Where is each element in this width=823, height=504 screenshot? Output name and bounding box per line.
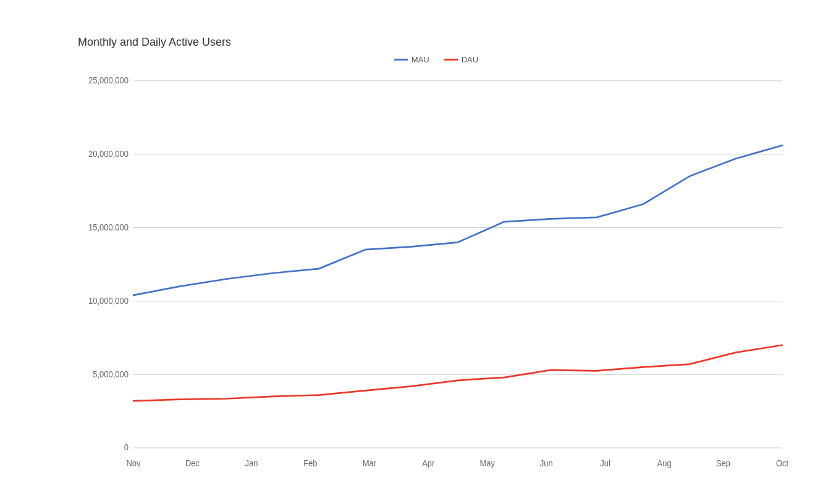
chart-container: Monthly and Daily Active Users MAU DAU 0… xyxy=(16,17,807,487)
main-chart-svg: 05,000,00010,000,00015,000,00020,000,000… xyxy=(78,74,795,488)
legend-dau-line xyxy=(444,59,458,61)
legend-dau-label: DAU xyxy=(462,55,478,64)
legend-mau-line xyxy=(394,59,408,61)
svg-text:May: May xyxy=(479,459,495,469)
legend-dau: DAU xyxy=(444,55,478,64)
legend-mau-label: MAU xyxy=(412,55,429,64)
svg-text:Mar: Mar xyxy=(363,459,377,469)
svg-text:Jan: Jan xyxy=(245,459,258,469)
svg-text:20,000,000: 20,000,000 xyxy=(88,149,129,159)
legend-mau: MAU xyxy=(394,55,429,64)
svg-text:Apr: Apr xyxy=(422,459,435,469)
svg-text:25,000,000: 25,000,000 xyxy=(88,76,129,86)
svg-text:Feb: Feb xyxy=(303,459,317,469)
svg-text:Dec: Dec xyxy=(185,459,200,469)
svg-text:Nov: Nov xyxy=(126,459,140,469)
svg-text:Aug: Aug xyxy=(657,459,672,469)
svg-text:10,000,000: 10,000,000 xyxy=(88,296,129,306)
svg-text:Jun: Jun xyxy=(540,459,553,469)
svg-text:Sep: Sep xyxy=(716,459,730,469)
chart-legend: MAU DAU xyxy=(78,55,795,64)
svg-text:0: 0 xyxy=(124,443,129,453)
svg-text:Jul: Jul xyxy=(600,459,610,469)
svg-text:5,000,000: 5,000,000 xyxy=(93,369,129,379)
svg-text:Oct: Oct xyxy=(776,459,788,469)
chart-title: Monthly and Daily Active Users xyxy=(78,36,795,49)
svg-text:15,000,000: 15,000,000 xyxy=(88,222,129,232)
